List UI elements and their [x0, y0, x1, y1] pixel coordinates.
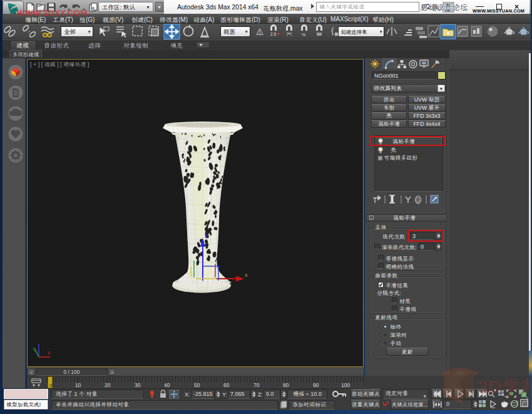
svg-text:Z: Z [205, 233, 208, 239]
svg-text:3D学苑: 3D学苑 [478, 376, 529, 397]
svg-text:{: { [331, 26, 334, 35]
svg-text:2.5: 2.5 [270, 32, 276, 36]
svg-text:x: x [245, 272, 248, 278]
svg-text:x: x [48, 349, 51, 356]
svg-text:Y: Y [33, 346, 36, 353]
svg-text:%: % [302, 33, 305, 37]
